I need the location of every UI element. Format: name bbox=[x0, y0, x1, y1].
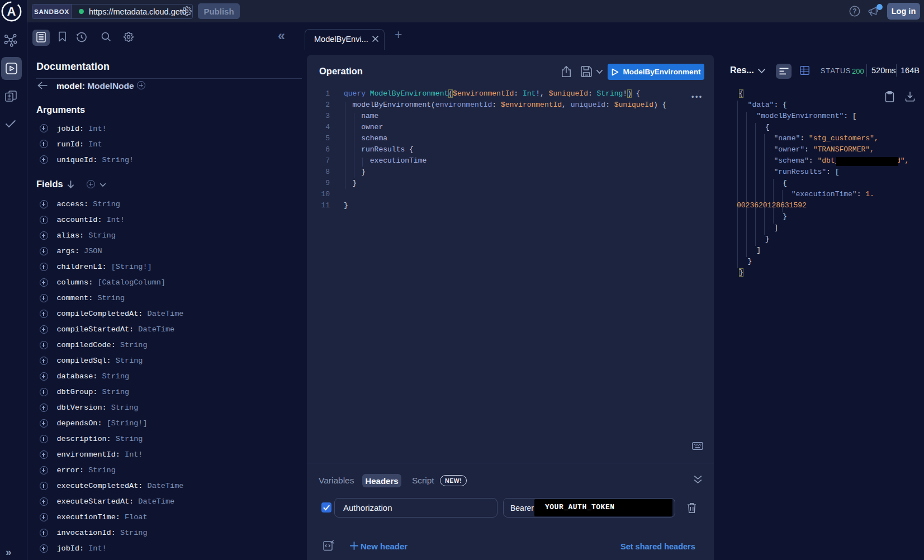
svg-text:A: A bbox=[7, 4, 16, 18]
svg-text:?: ? bbox=[852, 7, 856, 15]
